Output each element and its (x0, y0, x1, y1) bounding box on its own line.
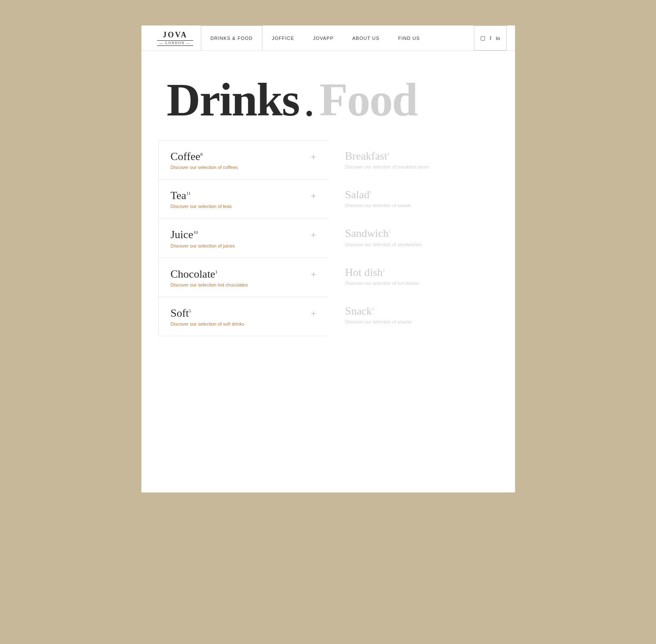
food-column: Breakfast1 Discover our selection of bre… (328, 140, 498, 336)
drink-tea-title: Tea11 (171, 189, 307, 202)
drink-item-chocolate[interactable]: Chocolate1 Discover our selection hot ch… (159, 258, 328, 297)
drink-coffee-count: 8 (200, 152, 203, 157)
food-breakfast-title: Breakfast1 (345, 149, 498, 163)
nav-social: ▢ f in (474, 25, 506, 51)
drink-item-juice[interactable]: Juice10 Discover our selection of juices… (159, 219, 328, 258)
nav-links: DRINKS & FOOD JOFFICE JOVAPP ABOUT US FI… (201, 25, 474, 51)
nav-drinks-food[interactable]: DRINKS & FOOD (201, 25, 263, 51)
food-sandwich-desc: Discover our selection of sandwiches (345, 242, 498, 247)
food-snack-count: 5 (372, 306, 374, 311)
food-breakfast-desc: Discover our selection of breakfast item… (345, 164, 498, 169)
nav-find-us[interactable]: FIND US (389, 25, 429, 51)
food-sandwich-title: Sandwich1 (345, 227, 498, 240)
drink-coffee-plus-icon[interactable]: + (311, 152, 316, 163)
drink-tea-count: 11 (186, 191, 191, 196)
food-item-snack[interactable]: Snack5 Discover our selection of snacks (345, 295, 498, 334)
food-hotdish-count: 1 (383, 267, 385, 273)
drink-juice-title: Juice10 (171, 228, 307, 241)
food-snack-title: Snack5 (345, 304, 498, 318)
food-item-breakfast[interactable]: Breakfast1 Discover our selection of bre… (345, 140, 498, 179)
drink-tea-content: Tea11 Discover our selection of teas (171, 189, 307, 209)
food-salad-title: Salad1 (345, 188, 498, 201)
instagram-icon[interactable]: ▢ (480, 35, 485, 42)
food-snack-desc: Discover our selection of snacks (345, 319, 498, 324)
hero-dot: . (303, 76, 315, 123)
drink-juice-desc: Discover our selection of juices (171, 243, 307, 248)
drink-soft-plus-icon[interactable]: + (311, 308, 316, 319)
drink-chocolate-count: 1 (215, 269, 218, 274)
food-salad-count: 1 (369, 190, 372, 195)
hero-section: Drinks . Food (141, 51, 515, 140)
drinks-column: Coffee8 Discover our selection of coffee… (158, 140, 328, 336)
linkedin-icon[interactable]: in (496, 35, 500, 42)
drink-soft-desc: Discover our selection of soft drinks (171, 321, 307, 326)
drink-coffee-desc: Discover our selection of coffees (171, 165, 307, 170)
drink-chocolate-title: Chocolate1 (171, 267, 307, 281)
drink-coffee-title: Coffee8 (171, 150, 307, 163)
nav-about-us[interactable]: ABOUT US (343, 25, 389, 51)
drink-coffee-content: Coffee8 Discover our selection of coffee… (171, 150, 307, 170)
food-item-salad[interactable]: Salad1 Discover our selection of salads (345, 179, 498, 217)
facebook-icon[interactable]: f (490, 35, 491, 42)
drink-chocolate-content: Chocolate1 Discover our selection hot ch… (171, 267, 307, 287)
nav-joffice[interactable]: JOFFICE (262, 25, 304, 51)
logo-main: JOVA (163, 31, 188, 39)
logo-sub: — LONDON — (157, 40, 194, 46)
page-container: JOVA — LONDON — DRINKS & FOOD JOFFICE JO… (141, 25, 515, 492)
food-salad-desc: Discover our selection of salads (345, 203, 498, 208)
drink-soft-count: 5 (189, 308, 191, 313)
hero-title-row: Drinks . Food (167, 76, 490, 123)
food-item-sandwich[interactable]: Sandwich1 Discover our selection of sand… (345, 217, 498, 256)
logo[interactable]: JOVA — LONDON — (150, 31, 201, 46)
navbar: JOVA — LONDON — DRINKS & FOOD JOFFICE JO… (141, 25, 515, 51)
drink-juice-count: 10 (193, 230, 198, 235)
menu-grid: Coffee8 Discover our selection of coffee… (141, 140, 515, 353)
drink-juice-plus-icon[interactable]: + (311, 230, 316, 241)
drink-chocolate-desc: Discover our selection hot chocolates (171, 282, 307, 287)
drink-item-tea[interactable]: Tea11 Discover our selection of teas + (159, 180, 328, 219)
drink-chocolate-plus-icon[interactable]: + (311, 269, 316, 280)
food-hotdish-desc: Discover our selection of hot dishes (345, 281, 498, 286)
drink-item-coffee[interactable]: Coffee8 Discover our selection of coffee… (159, 141, 328, 180)
food-item-hotdish[interactable]: Hot dish1 Discover our selection of hot … (345, 256, 498, 295)
drink-juice-content: Juice10 Discover our selection of juices (171, 228, 307, 248)
nav-jovapp[interactable]: JOVAPP (304, 25, 343, 51)
drink-soft-title: Soft5 (171, 307, 307, 320)
hero-drinks-label: Drinks (167, 76, 299, 123)
drink-tea-plus-icon[interactable]: + (311, 191, 316, 202)
drink-item-soft[interactable]: Soft5 Discover our selection of soft dri… (159, 297, 328, 336)
food-breakfast-count: 1 (387, 151, 390, 156)
food-sandwich-count: 1 (389, 229, 391, 234)
drink-soft-content: Soft5 Discover our selection of soft dri… (171, 307, 307, 326)
hero-food-label: Food (319, 76, 417, 123)
food-hotdish-title: Hot dish1 (345, 266, 498, 279)
drink-tea-desc: Discover our selection of teas (171, 204, 307, 209)
